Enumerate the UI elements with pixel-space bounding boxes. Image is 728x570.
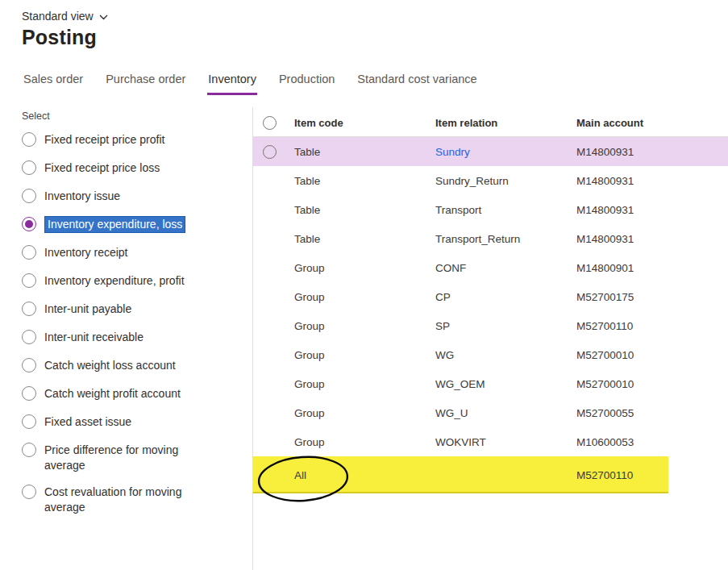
cell-main-account: M10600053	[576, 436, 728, 448]
column-header-item-relation[interactable]: Item relation	[435, 117, 576, 129]
radio-selected-icon[interactable]	[22, 217, 36, 231]
cell-main-account: M52700055	[576, 407, 728, 419]
column-header-main-account[interactable]: Main account	[576, 117, 728, 129]
radio-option[interactable]: Cost revaluation for moving average	[22, 484, 246, 515]
tab-sales-order[interactable]: Sales order	[23, 69, 84, 95]
radio-option-label: Inventory receipt	[44, 244, 128, 260]
table-row[interactable]: GroupCPM52700175	[253, 282, 728, 311]
radio-option[interactable]: Catch weight profit account	[22, 385, 246, 403]
table-row[interactable]: GroupWOKVIRTM10600053	[253, 427, 728, 456]
cell-item-code: Table	[294, 146, 435, 158]
table-row[interactable]: GroupWG_OEMM52700010	[253, 369, 728, 398]
cell-item-relation: WG	[435, 349, 576, 361]
table-row[interactable]: GroupWGM52700010	[253, 340, 728, 369]
radio-icon[interactable]	[22, 358, 36, 372]
grid-rows: TableSundryM14800931TableSundry_ReturnM1…	[253, 137, 728, 493]
grid-header: Item code Item relation Main account	[253, 110, 728, 137]
cell-main-account: M14800931	[576, 233, 728, 245]
view-selector-label: Standard view	[22, 10, 94, 23]
row-select-radio[interactable]	[263, 145, 277, 159]
radio-icon[interactable]	[22, 443, 36, 457]
radio-option[interactable]: Fixed asset issue	[22, 414, 246, 431]
cell-item-relation[interactable]: Sundry	[435, 146, 576, 158]
tab-production[interactable]: Production	[278, 69, 335, 95]
cell-main-account: M52700010	[576, 349, 728, 361]
cell-item-code: Group	[294, 378, 435, 390]
tab-purchase-order[interactable]: Purchase order	[105, 69, 186, 95]
select-all-radio[interactable]	[263, 116, 277, 130]
radio-option-label: Fixed receipt price loss	[44, 160, 160, 176]
radio-option[interactable]: Inventory receipt	[22, 244, 246, 262]
radio-option[interactable]: Inventory expenditure, loss	[22, 216, 246, 234]
radio-icon[interactable]	[22, 189, 36, 203]
page-title: Posting	[22, 26, 97, 49]
tab-inventory[interactable]: Inventory	[207, 69, 257, 95]
radio-icon[interactable]	[22, 160, 36, 175]
posting-page: Standard view Posting Sales orderPurchas…	[0, 0, 728, 570]
select-panel: Select Fixed receipt price profitFixed r…	[22, 110, 246, 515]
cell-item-code: Group	[294, 436, 435, 448]
cell-item-relation: WOKVIRT	[435, 436, 576, 448]
radio-option[interactable]: Fixed receipt price profit	[22, 131, 246, 149]
cell-item-relation: WG_U	[435, 407, 576, 419]
radio-option-label: Inventory expenditure, profit	[44, 273, 185, 289]
cell-main-account: M52700175	[576, 291, 728, 303]
table-row[interactable]: TableSundryM14800931	[253, 137, 728, 166]
tab-standard-cost-variance[interactable]: Standard cost variance	[356, 69, 477, 95]
posting-grid: Item code Item relation Main account Tab…	[253, 110, 728, 570]
radio-option-label: Inter-unit receivable	[44, 329, 144, 345]
table-row[interactable]: GroupCONFM14800901	[253, 253, 728, 282]
radio-option-label: Price difference for moving average	[44, 442, 210, 473]
chevron-down-icon	[99, 15, 108, 20]
table-row[interactable]: TableSundry_ReturnM14800931	[253, 166, 728, 195]
cell-item-relation: CP	[435, 291, 576, 303]
cell-item-relation: CONF	[435, 262, 576, 274]
radio-icon[interactable]	[22, 132, 36, 147]
radio-icon[interactable]	[22, 330, 36, 344]
table-row[interactable]: TableTransport_ReturnM14800931	[253, 224, 728, 253]
row-check-cell	[253, 145, 294, 159]
header-check-cell	[253, 116, 294, 130]
radio-option[interactable]: Inter-unit receivable	[22, 329, 246, 347]
view-selector[interactable]: Standard view	[22, 8, 108, 24]
radio-list: Fixed receipt price profitFixed receipt …	[22, 131, 246, 515]
cell-item-code: Table	[294, 175, 435, 187]
radio-option-label: Inter-unit payable	[44, 301, 131, 317]
radio-icon[interactable]	[22, 414, 36, 429]
column-header-item-code[interactable]: Item code	[294, 117, 435, 129]
radio-icon[interactable]	[22, 245, 36, 260]
cell-item-code: All	[294, 469, 435, 481]
radio-icon[interactable]	[22, 485, 36, 499]
cell-item-relation: SP	[435, 320, 576, 332]
cell-item-relation: Transport	[435, 204, 576, 216]
table-row[interactable]: GroupSPM52700110	[253, 311, 728, 340]
radio-option[interactable]: Inventory issue	[22, 188, 246, 206]
radio-option-label: Inventory expenditure, loss	[44, 216, 185, 233]
cell-main-account: M52700110	[576, 469, 728, 481]
radio-icon[interactable]	[22, 302, 36, 316]
cell-item-code: Group	[294, 291, 435, 303]
radio-option[interactable]: Catch weight loss account	[22, 357, 246, 375]
cell-main-account: M14800931	[576, 175, 728, 187]
cell-item-code: Table	[294, 204, 435, 216]
cell-item-code: Group	[294, 262, 435, 274]
table-row[interactable]: AllM52700110	[253, 456, 728, 493]
radio-option[interactable]: Inventory expenditure, profit	[22, 273, 246, 290]
table-row[interactable]: TableTransportM14800931	[253, 195, 728, 224]
radio-icon[interactable]	[22, 386, 36, 401]
cell-item-relation: WG_OEM	[435, 378, 576, 390]
tab-bar: Sales orderPurchase orderInventoryProduc…	[23, 69, 478, 95]
cell-main-account: M14800931	[576, 204, 728, 216]
cell-main-account: M52700110	[576, 320, 728, 332]
radio-option[interactable]: Inter-unit payable	[22, 301, 246, 318]
radio-icon[interactable]	[22, 273, 36, 288]
radio-option[interactable]: Price difference for moving average	[22, 442, 246, 473]
cell-main-account: M14800931	[576, 146, 728, 158]
radio-option-label: Catch weight loss account	[44, 357, 176, 373]
cell-item-relation: Transport_Return	[435, 233, 576, 245]
radio-option[interactable]: Fixed receipt price loss	[22, 160, 246, 177]
table-row[interactable]: GroupWG_UM52700055	[253, 398, 728, 427]
cell-main-account: M52700010	[576, 378, 728, 390]
cell-main-account: M14800901	[576, 262, 728, 274]
radio-option-label: Inventory issue	[44, 188, 120, 204]
